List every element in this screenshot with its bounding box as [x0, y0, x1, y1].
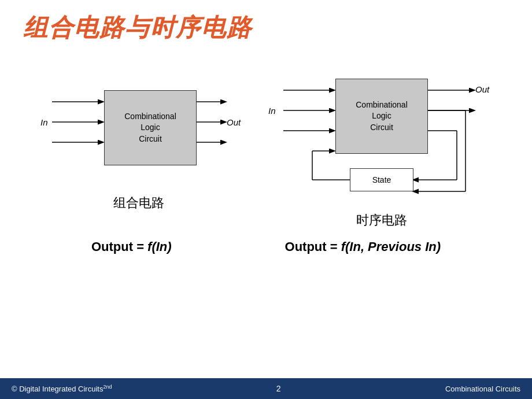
left-circuit-box: CombinationalLogicCircuit — [104, 90, 197, 165]
left-out-label: Out — [227, 117, 241, 127]
right-caption: 时序电路 — [356, 212, 407, 229]
left-diagram-container: CombinationalLogicCircuit In Out 组合电路 — [29, 56, 249, 212]
left-caption: 组合电路 — [113, 194, 164, 212]
diagrams-row: CombinationalLogicCircuit In Out 组合电路 — [23, 56, 509, 229]
right-in-label: In — [268, 106, 276, 116]
footer-title: Combinational Circuits — [445, 385, 520, 393]
state-label: State — [372, 175, 391, 184]
right-diagram-container: CombinationalLogicCircuit State In Out 时… — [260, 56, 503, 229]
right-formula: Output = f(In, Previous In) — [285, 239, 441, 254]
slide-title: 组合电路与时序电路 — [23, 12, 509, 44]
left-formula: Output = f(In) — [91, 239, 172, 254]
footer-copyright: © Digital Integrated Circuits2nd — [12, 384, 112, 393]
formula-row: Output = f(In) Output = f(In, Previous I… — [23, 239, 509, 254]
footer-page: 2 — [276, 384, 281, 393]
footer: © Digital Integrated Circuits2nd 2 Combi… — [0, 378, 532, 399]
right-circuit-box: CombinationalLogicCircuit — [335, 79, 428, 154]
left-diagram: CombinationalLogicCircuit In Out — [29, 56, 249, 189]
state-box: State — [350, 168, 413, 191]
right-out-label: Out — [475, 84, 489, 94]
right-diagram: CombinationalLogicCircuit State In Out — [260, 56, 503, 206]
slide: 组合电路与时序电路 — [0, 0, 532, 399]
left-in-label: In — [40, 117, 48, 127]
